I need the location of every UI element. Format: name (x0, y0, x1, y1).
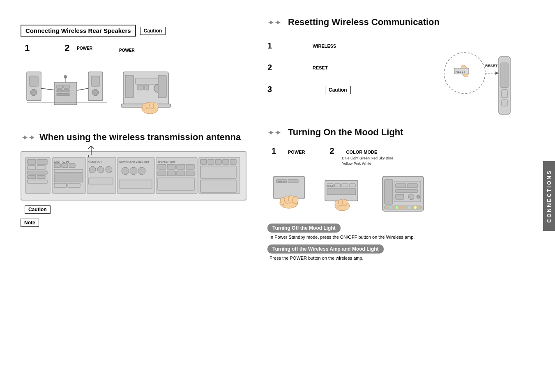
svg-rect-79 (208, 159, 214, 164)
svg-rect-81 (223, 159, 229, 164)
svg-rect-112 (349, 184, 355, 187)
reset-content: 1 WIRELESS 2 RESET 3 Caution (267, 36, 530, 110)
mood-colormode-label: COLOR MODE (346, 150, 378, 154)
mood-speaker-svg (378, 172, 432, 217)
svg-rect-14 (91, 76, 100, 86)
svg-point-130 (402, 206, 404, 209)
svg-point-132 (414, 206, 417, 209)
svg-rect-125 (396, 194, 404, 199)
svg-point-131 (408, 206, 410, 209)
svg-rect-122 (396, 184, 406, 188)
svg-rect-5 (57, 85, 62, 88)
mood-section: ✦✦ Turning On the Mood Light 1 POWER 2 C… (267, 127, 530, 261)
svg-rect-18 (125, 75, 134, 98)
step2b-label: POWER (119, 48, 135, 53)
color-options: Blue Light Green Red Sky Blue Yellow Pin… (342, 156, 394, 166)
svg-rect-35 (28, 159, 36, 164)
mood-header: ✦✦ Turning On the Mood Light (267, 127, 530, 138)
reset-header: ✦✦ Resetting Wireless Communication (267, 16, 530, 28)
reset-step1: 1 WIRELESS (267, 41, 432, 51)
svg-rect-83 (200, 166, 236, 178)
svg-point-106 (292, 196, 298, 204)
svg-rect-53 (68, 183, 80, 187)
svg-rect-68 (158, 164, 166, 169)
connect-section: Connecting Wireless Rear Speakers Cautio… (21, 25, 242, 119)
svg-rect-69 (167, 164, 175, 169)
reset-step1-num: 1 (267, 41, 280, 51)
svg-point-63 (130, 167, 137, 175)
amp-back-panel: DIGITAL IN VIDEO OUT (21, 151, 246, 201)
mood-step1-num: 1 (272, 146, 284, 156)
svg-rect-110 (334, 184, 341, 187)
mood-step-labels: 1 POWER 2 COLOR MODE Blue Light Green Re… (272, 146, 530, 166)
backpanel-svg: DIGITAL IN VIDEO OUT (25, 155, 242, 196)
wireless-icon-1: ✦✦ (21, 131, 34, 143)
mood-step2-num: 2 (330, 146, 342, 156)
info-box-2-text: Press the POWER button on the wireless a… (269, 256, 530, 261)
svg-rect-36 (37, 159, 47, 164)
mood-title: Turning On the Mood Light (288, 127, 403, 138)
svg-rect-95 (502, 90, 507, 98)
svg-rect-52 (54, 183, 67, 187)
svg-rect-59 (88, 178, 113, 184)
reset-step3: 3 Caution (267, 85, 432, 94)
svg-rect-37 (28, 166, 36, 170)
caution-badge-1: Caution (140, 27, 166, 35)
step1-num: 1 (25, 43, 30, 53)
mood-power-label: POWER (288, 150, 305, 154)
caution-badge-2: Caution (25, 205, 51, 214)
reset-step3-num: 3 (267, 85, 280, 94)
reset-device-svg: RESET RESET Button (432, 48, 514, 122)
svg-rect-123 (407, 184, 417, 188)
svg-rect-49 (69, 164, 75, 168)
svg-rect-71 (186, 164, 194, 169)
right-column: ✦✦ Resetting Wireless Communication 1 WI… (255, 0, 555, 392)
antenna-header: ✦✦ When using the wireless transmission … (21, 131, 242, 143)
mood-devices: POWER MO (267, 172, 530, 217)
svg-rect-119 (385, 180, 393, 204)
svg-rect-41 (37, 175, 45, 179)
info-box-1-header: Turning Off the Mood Light (267, 224, 341, 233)
svg-point-15 (92, 89, 99, 96)
svg-point-126 (408, 194, 414, 200)
connections-label: CONNECTIONS (546, 169, 552, 222)
mood-device3 (378, 172, 432, 217)
svg-rect-20 (138, 85, 143, 90)
step1-device (25, 55, 107, 119)
svg-rect-78 (200, 159, 207, 164)
caution-badge-3: Caution (325, 86, 351, 94)
svg-marker-91 (495, 71, 499, 75)
wireless-icon-mood: ✦✦ (267, 127, 282, 138)
svg-rect-70 (177, 164, 185, 169)
svg-point-117 (342, 199, 347, 206)
reset-title: Resetting Wireless Communication (288, 17, 440, 28)
svg-line-33 (91, 146, 94, 149)
svg-rect-101 (288, 180, 298, 183)
svg-rect-72 (158, 171, 166, 176)
colormode-device-svg: MODE (321, 172, 370, 217)
svg-rect-38 (37, 166, 45, 170)
color-options-row1: Blue Light Green Red Sky Blue (342, 156, 394, 160)
info-box-2-header: Turning off the Wireless Amp and Mood Li… (267, 244, 384, 254)
svg-rect-111 (342, 184, 348, 187)
color-options-row2: Yellow Pink White (342, 161, 371, 166)
svg-point-29 (153, 103, 158, 109)
svg-point-56 (89, 166, 96, 173)
svg-point-64 (138, 167, 145, 175)
svg-line-12 (77, 88, 88, 90)
svg-point-2 (30, 89, 37, 96)
svg-text:SPEAKER OUT: SPEAKER OUT (158, 161, 175, 163)
svg-rect-21 (145, 85, 149, 90)
svg-rect-94 (501, 63, 508, 88)
svg-point-57 (97, 166, 104, 173)
left-column: Connecting Wireless Rear Speakers Cautio… (0, 0, 255, 392)
svg-rect-76 (158, 178, 194, 190)
mood-device1: POWER (267, 172, 313, 217)
svg-text:RESET: RESET (456, 70, 465, 73)
reset-step2-num: 2 (267, 63, 280, 72)
svg-rect-39 (28, 171, 47, 174)
svg-text:DIGITAL IN: DIGITAL IN (54, 160, 69, 163)
svg-point-58 (106, 166, 112, 173)
mood-device2: MODE (321, 172, 370, 217)
svg-line-32 (88, 146, 91, 149)
